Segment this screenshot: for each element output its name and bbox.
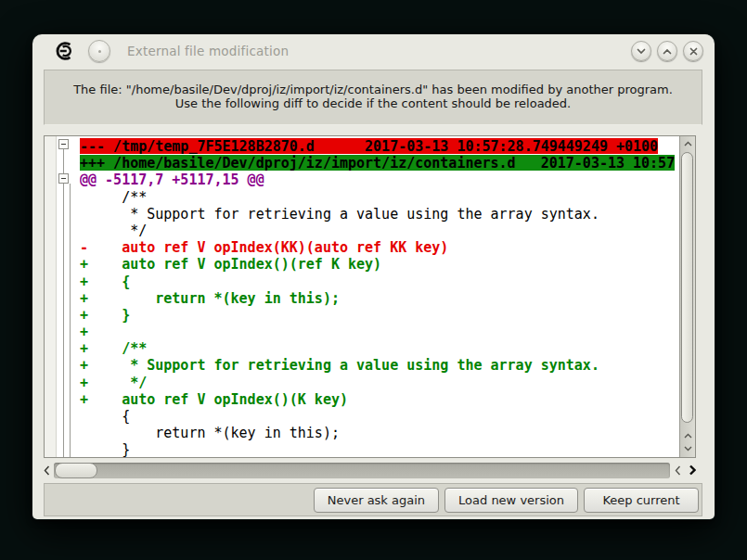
diff-line-text: + <box>80 324 88 339</box>
diff-text-area[interactable]: --- /tmp/temp_7F5E128B2870.d 2017-03-13 … <box>45 136 679 457</box>
diff-line: + */ <box>80 374 679 390</box>
diff-line: */ <box>80 222 679 238</box>
diff-line: + { <box>80 273 679 289</box>
vertical-scrollbar-thumb[interactable] <box>681 152 693 423</box>
horizontal-scrollbar-thumb[interactable] <box>55 463 97 478</box>
diff-line: return *(key in this); <box>80 424 679 440</box>
fold-gutter <box>45 136 57 457</box>
vertical-scroll-arrows <box>680 429 695 455</box>
fold-range-line <box>63 149 64 457</box>
fold-collapse-icon[interactable] <box>58 173 69 184</box>
message-line-2: Use the following diff to decide if the … <box>45 96 702 110</box>
close-icon <box>689 47 698 56</box>
diff-line: - auto ref V opIndex(KK)(auto ref KK key… <box>80 238 679 255</box>
window-title: External file modification <box>127 44 289 58</box>
diff-line-text: } <box>80 441 130 457</box>
diff-line: @@ -5117,7 +5117,15 @@ <box>80 171 679 187</box>
diff-line: } <box>80 440 679 457</box>
diff-line: + } <box>80 306 679 323</box>
diff-line: + /** <box>80 339 679 356</box>
diff-line-text: + auto ref V opIndex()(ref K key) <box>80 256 381 272</box>
diff-line-text: + auto ref V opIndex()(K key) <box>80 391 348 407</box>
minimize-button[interactable] <box>631 41 651 61</box>
scroll-left-icon[interactable] <box>670 462 685 478</box>
scroll-right-icon[interactable] <box>685 462 700 478</box>
close-button[interactable] <box>683 41 703 61</box>
diff-line-text: + */ <box>80 375 147 390</box>
scroll-left-icon[interactable] <box>39 462 54 478</box>
diff-line-text: --- /tmp/temp_7F5E128B2870.d 2017-03-13 … <box>80 138 658 154</box>
button-panel: Never ask again Load new version Keep cu… <box>44 483 702 516</box>
load-new-version-button[interactable]: Load new version <box>444 488 578 513</box>
diff-line-text: + return *(key in this); <box>80 290 340 306</box>
diff-line-text: { <box>80 408 130 424</box>
window-menu-button[interactable] <box>88 40 110 62</box>
diff-line-text: @@ -5117,7 +5117,15 @@ <box>80 172 264 187</box>
keep-current-button[interactable]: Keep current <box>584 488 699 513</box>
diff-viewer[interactable]: --- /tmp/temp_7F5E128B2870.d 2017-03-13 … <box>44 135 696 458</box>
diff-line-text: return *(key in this); <box>80 425 340 440</box>
diff-line: + * Support for retrieving a value using… <box>80 356 679 373</box>
chevron-down-icon <box>637 48 646 55</box>
fold-range-line <box>70 184 71 457</box>
dot-icon <box>98 50 101 53</box>
scroll-up-icon[interactable] <box>680 429 695 442</box>
titlebar[interactable]: External file modification <box>32 34 715 68</box>
diff-line: + return *(key in this); <box>80 289 679 306</box>
diff-line: { <box>80 407 679 424</box>
diff-line-text: * Support for retrieving a value using t… <box>80 206 599 222</box>
chevron-up-icon <box>663 48 672 55</box>
scroll-up-icon[interactable] <box>680 136 695 151</box>
diff-line-text: + { <box>80 274 130 289</box>
diff-line-text: /** <box>80 189 147 205</box>
diff-line-text: +++ /home/basile/Dev/dproj/iz/import/iz/… <box>80 155 675 171</box>
dialog-window: External file modification The file: "/h… <box>32 34 715 519</box>
message-panel: The file: "/home/basile/Dev/dproj/iz/imp… <box>44 70 702 125</box>
diff-line-text: + * Support for retrieving a value using… <box>80 357 599 373</box>
diff-line: +++ /home/basile/Dev/dproj/iz/import/iz/… <box>80 154 679 171</box>
horizontal-scrollbar[interactable] <box>39 461 700 479</box>
diff-line: * Support for retrieving a value using t… <box>80 205 679 222</box>
diff-line: + auto ref V opIndex()(ref K key) <box>80 255 679 272</box>
vertical-scrollbar[interactable] <box>679 136 695 457</box>
message-line-1: The file: "/home/basile/Dev/dproj/iz/imp… <box>45 83 702 96</box>
maximize-button[interactable] <box>657 41 677 61</box>
fold-collapse-icon[interactable] <box>58 139 69 149</box>
diff-line: /** <box>80 188 679 205</box>
diff-lines: --- /tmp/temp_7F5E128B2870.d 2017-03-13 … <box>80 137 679 457</box>
diff-line-text: - auto ref V opIndex(KK)(auto ref KK key… <box>80 239 448 255</box>
diff-line-text: + } <box>80 307 130 323</box>
never-ask-again-button[interactable]: Never ask again <box>314 488 439 513</box>
app-logo-icon <box>53 40 75 62</box>
scroll-down-icon[interactable] <box>680 442 695 455</box>
diff-line-text: + /** <box>80 340 147 356</box>
diff-line-text: */ <box>80 223 147 238</box>
diff-line: + auto ref V opIndex()(K key) <box>80 390 679 407</box>
diff-line: --- /tmp/temp_7F5E128B2870.d 2017-03-13 … <box>80 137 679 154</box>
diff-line: + <box>80 323 679 339</box>
horizontal-scrollbar-track[interactable] <box>54 463 670 478</box>
